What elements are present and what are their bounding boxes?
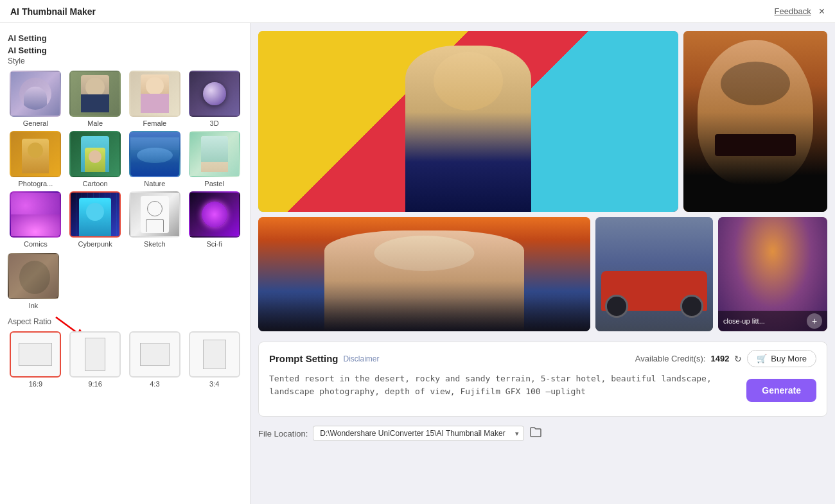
style-label-ink: Ink: [29, 302, 39, 309]
aspect-item-3-4[interactable]: 3:4: [186, 331, 242, 388]
aspect-item-4-3[interactable]: 4:3: [127, 331, 183, 388]
gallery-main-image: [258, 31, 678, 212]
style-thumb-sketch: [129, 191, 180, 238]
gallery-bottom-car: [595, 217, 713, 331]
aspect-thumb-9-16: [69, 331, 121, 378]
style-thumb-nature: [129, 131, 180, 177]
gallery-add-button[interactable]: +: [807, 313, 822, 329]
style-thumb-male: [69, 71, 121, 117]
file-location-bar: File Location: D:\Wondershare UniConvert…: [258, 422, 827, 445]
credits-label: Available Credit(s):: [635, 354, 706, 363]
style-label-comics: Comics: [24, 240, 48, 248]
ai-setting-label: AI Setting: [8, 33, 242, 43]
folder-icon: [529, 426, 542, 438]
style-item-scifi[interactable]: Sci-fi: [186, 191, 242, 248]
style-label-general: General: [23, 119, 48, 127]
prompt-textarea[interactable]: Tented resort in the desert, rocky and s…: [269, 372, 739, 408]
aspect-thumb-16-9: [10, 331, 61, 378]
style-label-photography: Photogra...: [18, 180, 53, 187]
aspect-label-9-16: 9:16: [88, 380, 101, 388]
style-item-cyberpunk[interactable]: Cyberpunk: [67, 191, 123, 248]
style-label-sketch: Sketch: [144, 240, 166, 248]
aspect-label-4-3: 4:3: [150, 380, 159, 388]
style-thumb-comics: [10, 191, 61, 238]
style-thumb-3d: [189, 71, 240, 117]
aspect-ratio-label: Aspect Ratio: [8, 317, 51, 326]
gallery-bottom-girl: [258, 217, 590, 331]
ai-setting-title: AI Setting: [8, 46, 242, 55]
style-label-male: Male: [87, 119, 103, 127]
style-label-female: Female: [143, 119, 167, 127]
generate-button[interactable]: Generate: [746, 379, 816, 402]
style-item-comics[interactable]: Comics: [8, 191, 64, 248]
main-container: AI Setting AI Setting Style General: [0, 23, 835, 504]
aspect-thumb-3-4: [189, 331, 240, 378]
aspect-inner-3-4: [203, 340, 226, 369]
style-thumb-ink: [8, 253, 59, 299]
buy-more-button[interactable]: 🛒 Buy More: [747, 350, 816, 367]
aspect-ratio-section: Aspect Ratio 16:9: [8, 317, 242, 388]
style-item-ink[interactable]: Ink: [8, 253, 59, 309]
buy-more-icon: 🛒: [757, 354, 767, 363]
right-panel: close-up litt... + Prompt Setting Discla…: [251, 23, 835, 504]
style-item-female[interactable]: Female: [127, 71, 183, 127]
file-path-wrapper: D:\Wondershare UniConverter 15\AI Thumbn…: [313, 426, 524, 441]
gallery-side-image: [683, 31, 827, 212]
aspect-inner-4-3: [140, 343, 170, 366]
style-label-cartoon: Cartoon: [83, 180, 108, 187]
aspect-grid: 16:9 9:16 4:3: [8, 331, 242, 388]
style-item-pastel[interactable]: Pastel: [186, 131, 242, 187]
style-label-cyberpunk: Cyberpunk: [78, 240, 112, 248]
style-thumb-cyberpunk: [69, 191, 121, 238]
style-thumb-general: [10, 71, 61, 117]
ink-row: Ink: [8, 253, 242, 309]
title-bar-actions: Feedback ×: [775, 6, 825, 17]
credits-value: 1492: [710, 354, 729, 363]
style-item-male[interactable]: Male: [67, 71, 123, 127]
style-thumb-scifi: [189, 191, 240, 238]
style-thumb-female: [129, 71, 180, 117]
credits-row: Available Credit(s): 1492 ↻ 🛒 Buy More: [635, 350, 816, 367]
file-path-select[interactable]: D:\Wondershare UniConverter 15\AI Thumbn…: [313, 426, 524, 441]
style-label-3d: 3D: [210, 119, 219, 127]
aspect-inner-9-16: [85, 338, 105, 371]
aspect-item-9-16[interactable]: 9:16: [67, 331, 123, 388]
aspect-item-16-9[interactable]: 16:9: [8, 331, 64, 388]
close-button[interactable]: ×: [819, 6, 825, 17]
style-label-pastel: Pastel: [204, 180, 224, 187]
anime-overlay-text: close-up litt...: [723, 317, 765, 325]
style-grid: General Male: [8, 71, 242, 248]
style-thumb-pastel: [189, 131, 240, 177]
feedback-link[interactable]: Feedback: [775, 6, 811, 16]
aspect-label-3-4: 3:4: [209, 380, 219, 388]
style-label-nature: Nature: [144, 180, 165, 187]
open-folder-button[interactable]: [529, 426, 542, 441]
style-thumb-cartoon: [69, 131, 121, 177]
title-bar: AI Thumbnail Maker Feedback ×: [0, 0, 835, 23]
file-location-label: File Location:: [258, 429, 308, 439]
style-item-cartoon[interactable]: Cartoon: [67, 131, 123, 187]
gallery-bottom-anime: close-up litt... +: [718, 217, 827, 331]
prompt-input-row: Tented resort in the desert, rocky and s…: [269, 372, 816, 408]
disclaimer-link[interactable]: Disclaimer: [344, 354, 380, 363]
gallery-bottom-anime-overlay: close-up litt... +: [718, 311, 827, 331]
aspect-thumb-4-3: [129, 331, 180, 378]
prompt-section: Prompt Setting Disclaimer Available Cred…: [258, 342, 827, 417]
prompt-title: Prompt Setting: [269, 353, 338, 364]
style-item-photography[interactable]: Photogra...: [8, 131, 64, 187]
prompt-header: Prompt Setting Disclaimer Available Cred…: [269, 350, 816, 367]
aspect-inner-16-9: [19, 343, 52, 366]
left-panel: AI Setting AI Setting Style General: [0, 23, 251, 504]
style-thumb-photography: [10, 131, 61, 177]
style-label-scifi: Sci-fi: [206, 240, 222, 248]
aspect-label-16-9: 16:9: [29, 380, 42, 388]
app-title: AI Thumbnail Maker: [10, 6, 96, 17]
refresh-icon[interactable]: ↻: [734, 354, 742, 364]
style-item-sketch[interactable]: Sketch: [127, 191, 183, 248]
style-item-general[interactable]: General: [8, 71, 64, 127]
style-label: Style: [8, 56, 242, 65]
style-item-3d[interactable]: 3D: [186, 71, 242, 127]
style-item-nature[interactable]: Nature: [127, 131, 183, 187]
buy-more-label: Buy More: [771, 354, 807, 363]
